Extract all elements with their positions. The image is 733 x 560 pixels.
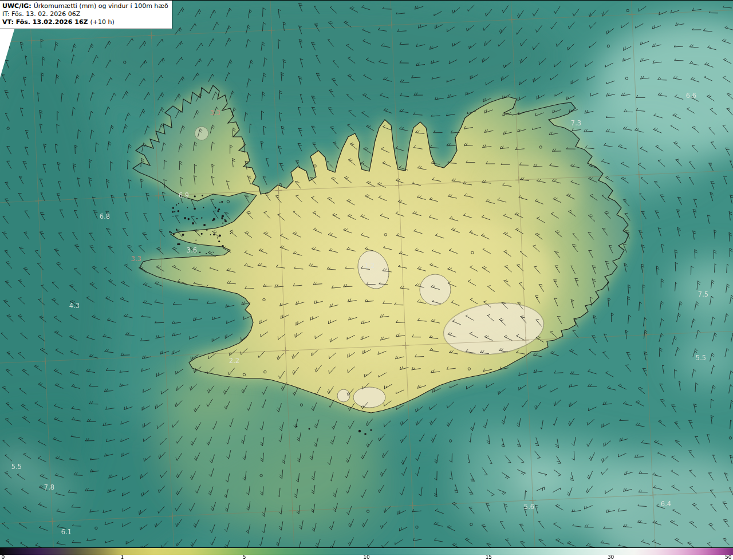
map-area: 6.67.33.36.96.83.63.34.31.22.27.55.55.57… [0, 0, 733, 547]
islet-dot [210, 234, 211, 235]
islet-dot [192, 222, 194, 224]
init-time-line: IT: Fös. 13. 02. 2026 06Z [2, 10, 168, 18]
islet-dot [203, 207, 204, 208]
map-title-box: UWC/IG:Úrkomumætti (mm) og vindur í 100m… [0, 1, 172, 29]
colorbar-tick-50: 50 [725, 555, 731, 560]
islet-dot [202, 195, 203, 196]
weather-map-canvas: 6.67.33.36.96.83.63.34.31.22.27.55.55.57… [0, 1, 733, 547]
islet-dot [206, 229, 208, 231]
islet-dot [218, 208, 220, 210]
colorbar-tick-0: 0 [2, 555, 5, 560]
valid-time: VT: Fös. 13.02.2026 16Z [2, 18, 88, 26]
islet-dot [213, 234, 215, 235]
islet-dot [224, 219, 226, 221]
islet-dot [176, 204, 177, 206]
islet-dot [213, 252, 214, 253]
contour-label: 7.5 [698, 290, 708, 298]
islet-dot [203, 224, 206, 226]
product-title: Úrkomumætti (mm) og vindur í 100m hæð [34, 2, 168, 10]
islet-dot [178, 203, 179, 204]
islet-dot [215, 207, 216, 209]
contour-label: 5.6 [524, 503, 534, 511]
islet-dot [222, 215, 224, 217]
islet-dot [187, 207, 188, 208]
islet-dot [171, 232, 172, 233]
colorbar-tick-10: 10 [363, 555, 369, 560]
product-title-line: UWC/IG:Úrkomumætti (mm) og vindur í 100m… [2, 2, 168, 10]
contour-label: 7.8 [44, 483, 54, 491]
islet-dot [174, 211, 175, 212]
contour-label: 7.3 [571, 119, 581, 127]
colorbar-tick-labels: 01510153050 [0, 555, 733, 560]
islet-dot [178, 243, 180, 246]
colorbar-tick-1: 1 [121, 555, 124, 560]
islet-dot [194, 195, 196, 197]
contour-label: 5.5 [11, 463, 22, 471]
model-label: UWC/IG: [2, 2, 31, 10]
contour-label: 6.8 [100, 212, 110, 220]
islet-dot [184, 217, 186, 219]
islet-dot [217, 238, 218, 239]
islet-dot [218, 240, 220, 242]
islet-dot [176, 228, 178, 230]
contour-label: 6.4 [661, 500, 671, 508]
valid-time-line: VT: Fös. 13.02.2026 16Z(+10 h) [2, 18, 168, 26]
contour-label: 4.3 [69, 302, 80, 310]
contour-label: 6.6 [686, 92, 696, 100]
islet-dot [196, 218, 198, 219]
contour-label: 1.2 [364, 262, 375, 270]
contour-label: 3.6 [187, 246, 197, 254]
islet-dot [213, 218, 215, 220]
contour-label: 6.1 [61, 528, 72, 536]
colorbar-tick-30: 30 [608, 555, 614, 560]
islet-dot [201, 233, 203, 235]
contour-label: 2.2 [229, 357, 239, 365]
contour-label: 5.5 [696, 354, 706, 362]
islet-dot [182, 234, 184, 236]
islet-dot [194, 208, 196, 210]
islet-dot [178, 210, 180, 212]
islet-dot [172, 211, 174, 213]
islet-dot [230, 233, 231, 234]
contour-label: 6.9 [179, 191, 189, 199]
islet-dot [219, 202, 220, 203]
colorbar-tick-5: 5 [243, 555, 246, 560]
islet-dot [201, 217, 202, 218]
islet-dot [195, 240, 196, 241]
islet-dot [206, 253, 207, 254]
contour-label: 3.3 [131, 255, 141, 263]
islet-dot [222, 245, 224, 247]
valid-offset: (+10 h) [90, 18, 115, 26]
weather-map-app: 6.67.33.36.96.83.63.34.31.22.27.55.55.57… [0, 0, 733, 560]
islet-dot [199, 252, 200, 253]
islet-dot [169, 231, 171, 232]
islet-dot [222, 223, 223, 224]
islet-dot [217, 210, 219, 212]
islet-dot [172, 207, 174, 209]
contour-label: 3.3 [210, 109, 220, 117]
islet-dot [188, 218, 190, 220]
colorbar: 01510153050 [0, 547, 733, 560]
colorbar-tick-15: 15 [486, 555, 492, 560]
islet-dot [172, 216, 174, 218]
islet-dot [221, 217, 223, 219]
islet-dot [219, 235, 221, 237]
islet-dot [173, 234, 175, 235]
islet-dot [221, 201, 223, 203]
